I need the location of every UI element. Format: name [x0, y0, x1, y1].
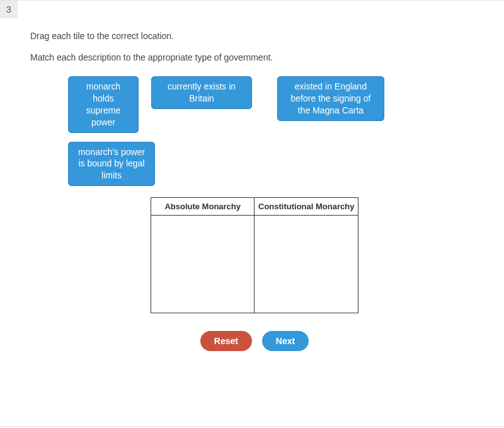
- drop-zone-constitutional[interactable]: [255, 216, 358, 313]
- col-header-constitutional: Constitutional Monarchy: [255, 198, 358, 216]
- next-button[interactable]: Next: [262, 331, 309, 351]
- instruction-drag: Drag each tile to the correct location.: [30, 31, 479, 41]
- reset-button[interactable]: Reset: [200, 331, 252, 351]
- tiles-area: monarch holds supreme power currently ex…: [68, 76, 479, 186]
- tile-monarch-supreme[interactable]: monarch holds supreme power: [68, 76, 139, 133]
- tile-legal-limits[interactable]: monarch's power is bound by legal limits: [68, 142, 155, 187]
- col-header-absolute: Absolute Monarchy: [151, 198, 255, 216]
- instruction-match: Match each description to the appropriat…: [30, 52, 479, 62]
- tile-magna-carta[interactable]: existed in England before the signing of…: [277, 76, 384, 121]
- drop-zone-absolute[interactable]: [151, 216, 255, 313]
- tile-britain[interactable]: currently exists in Britain: [151, 76, 252, 109]
- drop-table: Absolute Monarchy Constitutional Monarch…: [151, 197, 358, 313]
- question-number: 3: [0, 1, 18, 18]
